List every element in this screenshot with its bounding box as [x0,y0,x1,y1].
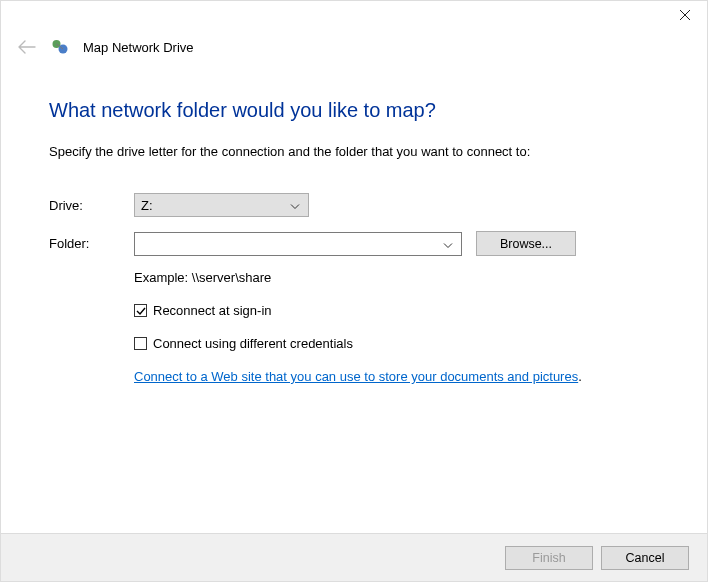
page-heading: What network folder would you like to ma… [49,99,667,122]
window-title: Map Network Drive [83,40,194,55]
close-button[interactable] [662,1,707,29]
reconnect-label: Reconnect at sign-in [153,303,272,318]
cancel-button[interactable]: Cancel [601,546,689,570]
check-icon [136,306,146,316]
browse-button[interactable]: Browse... [476,231,576,256]
finish-button: Finish [505,546,593,570]
example-text: Example: \\server\share [134,270,667,285]
instruction-text: Specify the drive letter for the connect… [49,144,667,159]
drive-select-value: Z: [141,198,153,213]
folder-combobox[interactable] [134,232,462,256]
connect-website-link[interactable]: Connect to a Web site that you can use t… [134,369,578,384]
folder-label: Folder: [49,236,134,251]
chevron-down-icon [290,198,300,213]
network-drive-icon [51,38,69,56]
back-button [17,37,37,57]
drive-label: Drive: [49,198,134,213]
chevron-down-icon [443,236,453,251]
different-credentials-checkbox[interactable] [134,337,147,350]
back-arrow-icon [18,40,36,54]
reconnect-checkbox[interactable] [134,304,147,317]
different-credentials-label: Connect using different credentials [153,336,353,351]
drive-select[interactable]: Z: [134,193,309,217]
close-icon [680,10,690,20]
